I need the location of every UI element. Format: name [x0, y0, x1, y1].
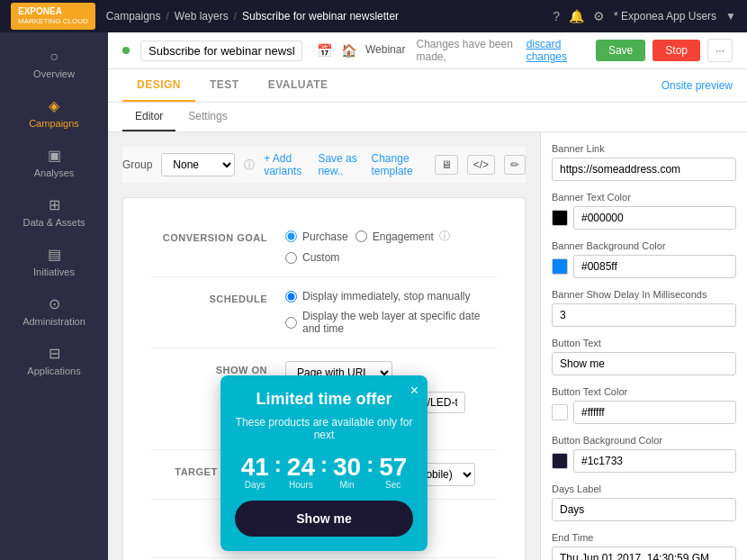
button-text-label: Button Text: [552, 338, 736, 348]
sidebar-item-analyses[interactable]: ▣ Analyses: [0, 138, 108, 187]
applications-icon: ⊟: [49, 345, 60, 362]
field-days-label: Days Label: [552, 483, 736, 521]
button-text-color-swatch[interactable]: [552, 404, 568, 420]
content-area: Group None ⓘ + Add variants Save as new.…: [108, 132, 747, 560]
show-on-label: SHOW ON: [150, 361, 267, 375]
nav-expand-icon[interactable]: ▼: [725, 10, 736, 23]
banner-delay-label: Banner Show Delay In Milliseconds: [552, 289, 736, 300]
banner-delay-input[interactable]: [552, 303, 736, 327]
initiatives-icon: ▤: [48, 246, 61, 263]
button-text-color-row: [552, 401, 736, 424]
field-banner-bg-color: Banner Background Color: [552, 240, 736, 278]
top-navigation: EXPONEA MARKETING CLOUD Campaigns / Web …: [0, 0, 747, 32]
button-bg-color-swatch[interactable]: [552, 453, 568, 469]
banner-text-color-input[interactable]: [573, 206, 736, 230]
group-row: Group None ⓘ + Add variants Save as new.…: [122, 147, 526, 183]
user-label[interactable]: * Exponea App Users: [614, 10, 716, 23]
more-button[interactable]: ···: [707, 39, 733, 62]
radio-custom[interactable]: Custom: [285, 251, 339, 264]
add-variants-link[interactable]: + Add variants: [264, 152, 309, 177]
sidebar-label-applications: Applications: [27, 366, 80, 376]
radio-display-immediately[interactable]: Display immediately, stop manually: [285, 290, 471, 303]
subtab-settings[interactable]: Settings: [176, 103, 239, 131]
settings-icon[interactable]: ⚙: [593, 9, 605, 23]
banner-link-input[interactable]: [552, 158, 736, 181]
banner-link-label: Banner Link: [552, 143, 736, 154]
conversion-goal-label: CONVERSION GOAL: [150, 229, 267, 243]
form-row-schedule: SCHEDULE Display immediately, stop manua…: [150, 277, 498, 348]
stop-button[interactable]: Stop: [652, 40, 700, 61]
countdown-sep-3: :: [366, 452, 374, 490]
discard-changes-link[interactable]: discard changes: [526, 38, 589, 63]
sidebar-item-overview[interactable]: ○ Overview: [0, 40, 108, 88]
sidebar-item-initiatives[interactable]: ▤ Initiatives: [0, 237, 108, 286]
preview-close-btn[interactable]: ×: [410, 383, 418, 399]
sidebar-item-campaigns[interactable]: ◈ Campaigns: [0, 88, 108, 138]
countdown-sec: 57 Sec: [379, 455, 407, 490]
end-time-label: End Time: [552, 532, 736, 543]
change-template-link[interactable]: Change template: [372, 152, 426, 177]
main-content: 📅 🏠 Webinar Changes have been made, disc…: [108, 32, 747, 560]
sidebar-item-administration[interactable]: ⊙ Administration: [0, 286, 108, 336]
banner-text-color-swatch[interactable]: [552, 210, 568, 226]
button-text-color-input[interactable]: [573, 401, 736, 424]
radio-display-specific[interactable]: Display the web layer at specific date a…: [285, 310, 498, 335]
right-panel: Banner Link Banner Text Color Banner Bac…: [540, 132, 747, 560]
days-label-input[interactable]: [552, 498, 736, 521]
conversion-goal-control: Purchase Engagement ⓘ Custom: [285, 229, 498, 264]
banner-bg-color-label: Banner Background Color: [552, 240, 736, 251]
breadcrumb-campaigns[interactable]: Campaigns: [106, 10, 161, 23]
group-label: Group: [122, 158, 152, 171]
tab-design[interactable]: DESIGN: [122, 69, 195, 102]
subtab-editor[interactable]: Editor: [122, 103, 176, 131]
logo: EXPONEA MARKETING CLOUD: [11, 3, 95, 30]
button-bg-color-input[interactable]: [573, 449, 736, 473]
sidebar-label-administration: Administration: [22, 316, 86, 327]
breadcrumb-current: Subscribe for webinar newsletter: [242, 10, 399, 23]
button-bg-color-label: Button Background Color: [552, 435, 736, 446]
radio-purchase[interactable]: Purchase: [285, 230, 348, 243]
field-button-text: Button Text: [552, 338, 736, 375]
code-view-btn[interactable]: </>: [467, 155, 495, 175]
field-button-text-color: Button Text Color: [552, 386, 736, 424]
sub-header-icons: 📅 🏠 Webinar: [317, 43, 405, 58]
help-icon[interactable]: ?: [553, 9, 560, 23]
preview-widget: × Limited time offer These products are …: [220, 375, 428, 551]
banner-bg-color-swatch[interactable]: [552, 258, 568, 275]
field-banner-link: Banner Link: [552, 143, 736, 181]
group-select[interactable]: None: [161, 153, 235, 176]
engagement-info-icon[interactable]: ⓘ: [439, 229, 450, 244]
save-button[interactable]: Save: [596, 40, 645, 61]
breadcrumb-web-layers[interactable]: Web layers: [175, 10, 229, 23]
button-text-input[interactable]: [552, 352, 736, 375]
breadcrumb: Campaigns / Web layers / Subscribe for w…: [106, 10, 553, 23]
administration-icon: ⊙: [49, 295, 60, 312]
changes-text: Changes have been made,: [416, 38, 518, 63]
tab-test[interactable]: TEST: [195, 69, 254, 102]
tab-evaluate[interactable]: EVALUATE: [254, 69, 343, 102]
save-as-link[interactable]: Save as new..: [318, 152, 362, 177]
banner-text-color-label: Banner Text Color: [552, 192, 736, 203]
form-row-conversion-goal: CONVERSION GOAL Purchase Engagement ⓘ Cu…: [150, 216, 498, 277]
sidebar-item-data-assets[interactable]: ⊞ Data & Assets: [0, 187, 108, 237]
edit-view-btn[interactable]: ✏: [504, 155, 526, 175]
radio-engagement[interactable]: Engagement ⓘ: [356, 229, 450, 244]
header-right: Changes have been made, discard changes …: [416, 38, 733, 63]
group-help-icon[interactable]: ⓘ: [244, 158, 255, 173]
end-time-input[interactable]: [552, 546, 736, 560]
preview-show-me-button[interactable]: Show me: [235, 501, 413, 537]
campaign-name-input[interactable]: [140, 41, 302, 61]
notifications-icon[interactable]: 🔔: [569, 9, 584, 23]
days-label-label: Days Label: [552, 483, 736, 494]
field-end-time: End Time: [552, 532, 736, 560]
calendar-icon[interactable]: 📅: [317, 43, 332, 58]
desktop-view-btn[interactable]: 🖥: [435, 155, 458, 175]
sidebar-item-applications[interactable]: ⊟ Applications: [0, 336, 108, 385]
editor-panel: Group None ⓘ + Add variants Save as new.…: [108, 132, 540, 560]
onsite-preview-link[interactable]: Onsite preview: [662, 79, 733, 92]
countdown-sep-2: :: [320, 452, 328, 490]
channel-icon[interactable]: 🏠: [341, 43, 356, 58]
banner-bg-color-input[interactable]: [573, 255, 736, 278]
main-tabs: DESIGN TEST EVALUATE: [122, 69, 343, 102]
button-bg-color-row: [552, 449, 736, 473]
